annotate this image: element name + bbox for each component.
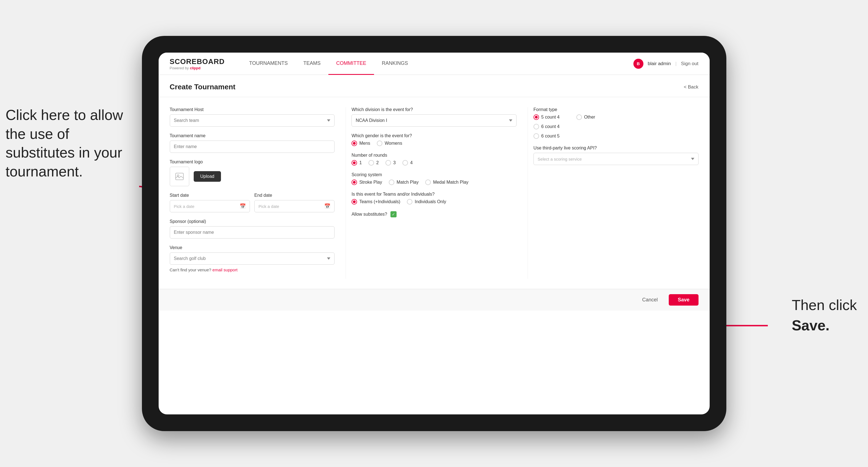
nav-teams[interactable]: TEAMS [296,53,329,75]
gender-group: Which gender is the event for? Mens Wome… [351,133,517,146]
gender-radio-group: Mens Womens [351,141,517,146]
scoring-api-group: Use third-party live scoring API? Select… [533,146,699,165]
format-5count4-radio[interactable] [533,114,539,120]
format-type-group: Format type 5 count 4 Other [533,107,699,139]
event-teams-label: Teams (+Individuals) [359,199,400,204]
event-individuals-label: Individuals Only [415,199,446,204]
user-name: blair admin [648,61,671,66]
tournament-host-input[interactable] [170,114,335,127]
event-type-radio-group: Teams (+Individuals) Individuals Only [351,199,517,205]
svg-rect-2 [176,173,183,180]
nav-rankings[interactable]: RANKINGS [374,53,416,75]
back-button[interactable]: < Back [684,84,698,95]
rounds-label: Number of rounds [351,153,517,158]
rounds-radio-group: 1 2 3 4 [351,160,517,165]
division-select[interactable]: NCAA Division I [351,114,517,127]
start-date-input[interactable]: Pick a date 📅 [170,200,250,212]
tournament-name-field[interactable] [174,144,331,149]
gender-mens-radio[interactable] [351,141,357,146]
sponsor-input[interactable] [170,226,335,239]
end-date-input[interactable]: Pick a date 📅 [254,200,335,212]
rounds-1-radio[interactable] [351,160,357,165]
tournament-host-label: Tournament Host [170,107,335,112]
venue-label: Venue [170,245,335,250]
gender-womens[interactable]: Womens [377,141,402,146]
page-title: Create Tournament [170,83,236,97]
rounds-2[interactable]: 2 [368,160,379,165]
format-6count5[interactable]: 6 count 5 [533,133,699,139]
powered-by: Powered by clippd [170,66,225,70]
format-5count4[interactable]: 5 count 4 [533,114,560,120]
user-avatar: B [633,59,643,69]
division-label: Which division is the event for? [351,107,517,112]
nav-links: TOURNAMENTS TEAMS COMMITTEE RANKINGS [241,53,633,75]
scoring-stroke-radio[interactable] [351,180,357,185]
start-date-group: Start date Pick a date 📅 [170,193,250,212]
event-type-label: Is this event for Teams and/or Individua… [351,192,517,197]
form-col-2: Which division is the event for? NCAA Di… [346,107,528,279]
gender-label: Which gender is the event for? [351,133,517,138]
tournament-host-field[interactable] [174,118,327,123]
venue-input[interactable] [170,252,335,265]
scoring-medal[interactable]: Medal Match Play [425,180,468,185]
gender-mens[interactable]: Mens [351,141,370,146]
scoring-match-label: Match Play [397,180,418,185]
format-6count4[interactable]: 6 count 4 [533,124,699,129]
format-6count5-radio[interactable] [533,133,539,139]
rounds-3[interactable]: 3 [385,160,396,165]
logo-upload-area: Upload [170,167,335,186]
tournament-name-group: Tournament name [170,133,335,153]
nav-tournaments[interactable]: TOURNAMENTS [241,53,296,75]
form-area: Tournament Host Tournament name Tourname… [159,97,710,289]
scoring-medal-radio[interactable] [425,180,431,185]
tournament-host-group: Tournament Host [170,107,335,127]
division-group: Which division is the event for? NCAA Di… [351,107,517,127]
end-calendar-icon: 📅 [324,203,330,209]
save-button[interactable]: Save [669,294,698,306]
gender-womens-label: Womens [384,141,402,146]
upload-button[interactable]: Upload [194,171,221,182]
event-individuals-radio[interactable] [407,199,412,205]
tournament-name-input[interactable] [170,141,335,153]
form-col-1: Tournament Host Tournament name Tourname… [170,107,346,279]
scoring-stroke[interactable]: Stroke Play [351,180,382,185]
cancel-button[interactable]: Cancel [636,294,664,306]
format-other-radio[interactable] [576,114,582,120]
format-row-1: 5 count 4 Other [533,114,699,120]
allow-subs-checkbox[interactable]: ✓ [391,211,397,217]
allow-subs-group: Allow substitutes? ✓ [351,211,517,217]
event-individuals[interactable]: Individuals Only [407,199,446,205]
rounds-4-radio[interactable] [402,160,408,165]
start-date-label: Start date [170,193,250,198]
scoring-medal-label: Medal Match Play [433,180,468,185]
format-6count4-radio[interactable] [533,124,539,129]
rounds-1-label: 1 [359,160,362,165]
sign-out-link[interactable]: Sign out [681,61,698,66]
end-date-label: End date [254,193,335,198]
rounds-2-label: 2 [376,160,379,165]
scoring-service-select[interactable]: Select a scoring service [533,153,699,165]
rounds-2-radio[interactable] [368,160,374,165]
venue-email-link[interactable]: email support [212,268,237,272]
scoring-match-radio[interactable] [389,180,394,185]
date-row: Start date Pick a date 📅 End date Pick a… [170,193,335,212]
event-teams[interactable]: Teams (+Individuals) [351,199,400,205]
venue-dropdown-icon [327,257,330,260]
logo-area: SCOREBOARD Powered by clippd [170,57,225,70]
rounds-1[interactable]: 1 [351,160,362,165]
scoring-stroke-label: Stroke Play [359,180,382,185]
venue-field[interactable] [174,256,327,261]
rounds-4[interactable]: 4 [402,160,413,165]
sponsor-label: Sponsor (optional) [170,219,335,224]
event-teams-radio[interactable] [351,199,357,205]
rounds-3-radio[interactable] [385,160,391,165]
start-date-placeholder: Pick a date [174,204,194,209]
nav-committee[interactable]: COMMITTEE [329,53,374,75]
annotation-left: Click here to allow the use of substitut… [6,106,128,181]
scoring-match[interactable]: Match Play [389,180,418,185]
tournament-logo-label: Tournament logo [170,159,335,164]
tournament-name-label: Tournament name [170,133,335,138]
format-other[interactable]: Other [576,114,595,120]
sponsor-field[interactable] [174,230,331,235]
gender-womens-radio[interactable] [377,141,382,146]
